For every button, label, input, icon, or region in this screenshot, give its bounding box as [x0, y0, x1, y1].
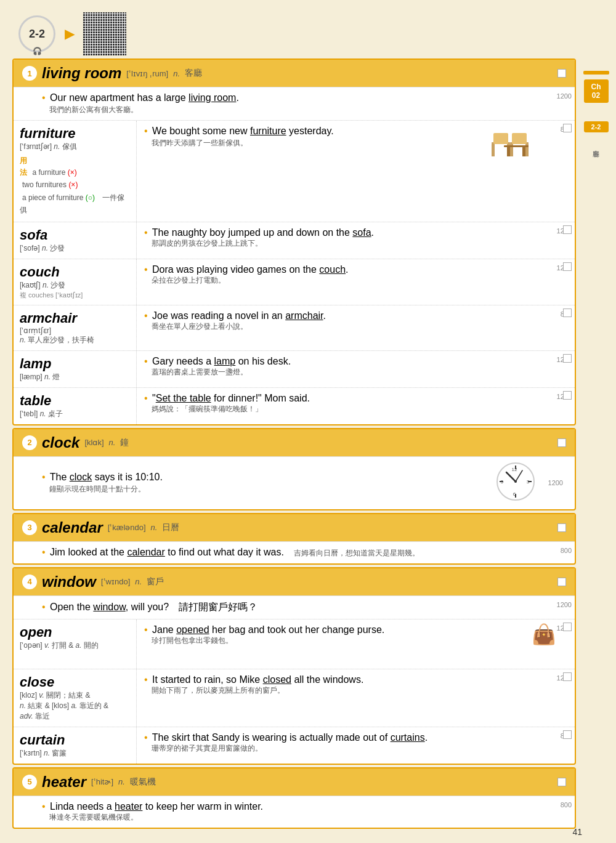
close-info1: [kloz] v. 關閉；結束 &	[20, 690, 130, 701]
section1-score: 1200	[557, 92, 572, 100]
headphone-icon: 🎧	[33, 47, 42, 55]
svg-rect-1	[492, 144, 495, 156]
curtain-checkbox[interactable]	[563, 730, 572, 739]
heater-zh: 琳達冬天需要暖氣機保暖。	[42, 812, 566, 823]
open-example-panel: • Jane opened her bag and took out her c…	[137, 619, 575, 669]
svg-text:6: 6	[513, 491, 516, 497]
armchair-example-panel: • Joe was reading a novel in an armchair…	[137, 305, 575, 350]
section3-pos: n.	[151, 523, 158, 532]
section1-phonetic: [ˈlɪvɪŋ ˌrum]	[126, 69, 168, 78]
section-window: 4 window [ˈwɪndo] n. 窗戶 • Open the windo…	[12, 567, 576, 765]
window-en: Open the window, will you? 請打開窗戶好嗎？	[50, 602, 257, 612]
furniture-notes: 用法 a furniture (×) two furnitures (×) a …	[20, 155, 130, 217]
sofa-example-panel: • The naughty boy jumped up and down on …	[137, 222, 575, 259]
heater-score: 800	[561, 801, 572, 809]
couch-zh: 朵拉在沙發上打電動。	[144, 275, 567, 286]
furniture-en: We bought some new furniture yesterday.	[152, 126, 334, 136]
bullet-calendar: •	[42, 547, 46, 557]
section5-pos: n.	[118, 777, 125, 786]
section2-header: 2 clock [klɑk] n. 鐘	[14, 429, 575, 457]
svg-text:9: 9	[500, 479, 503, 485]
armchair-en: Joe was reading a novel in an armchair.	[152, 310, 326, 321]
bullet-heater: •	[42, 801, 46, 812]
bullet-close: •	[144, 674, 148, 685]
svg-text:12: 12	[511, 467, 517, 472]
header: 2-2 🎧 ▶	[6, 6, 610, 58]
bullet-lamp: •	[144, 356, 148, 366]
sofa-info: [ˈsofə] n. 沙發	[20, 243, 130, 254]
sofa-checkbox[interactable]	[563, 225, 572, 234]
furniture-word: furniture	[20, 126, 130, 142]
close-checkbox[interactable]	[563, 672, 572, 681]
section-clock: 2 clock [klɑk] n. 鐘 • The clock says it …	[12, 428, 576, 510]
table-row: table [ˈtebḷ] n. 桌子 • "Set the table for…	[14, 388, 575, 424]
section1-example: • Our new apartment has a large living r…	[14, 87, 575, 121]
section2-checkbox[interactable]	[557, 438, 566, 447]
section-calendar: 3 calendar [ˈkæləndo] n. 日曆 • Jim looked…	[12, 513, 576, 565]
main-content: 1 living room [ˈlɪvɪŋ ˌrum] n. 客廳 • Our …	[6, 58, 610, 831]
couch-checkbox[interactable]	[563, 262, 572, 271]
section5-example: • Linda needs a heater to keep her warm …	[14, 796, 575, 828]
section-heater: 5 heater [ˈhitɚ] n. 暖氣機 • Linda needs a …	[12, 767, 576, 829]
curtain-en: The skirt that Sandy is wearing is actua…	[152, 732, 428, 743]
close-example-panel: • It started to rain, so Mike closed all…	[137, 669, 575, 727]
curtain-example-panel: • The skirt that Sandy is wearing is act…	[137, 727, 575, 764]
svg-text:3: 3	[526, 479, 529, 485]
curtain-zh: 珊蒂穿的裙子其實是用窗簾做的。	[144, 743, 567, 754]
clock-zh: 鐘顯示現在時間是十點十分。	[42, 485, 145, 493]
section4-number: 4	[22, 575, 37, 589]
right-sidebar: Ch02 2-2 客廳	[582, 58, 610, 831]
bullet-armchair: •	[144, 310, 148, 321]
section2-word: clock	[42, 434, 79, 451]
furniture-example-panel: • We bought some new furniture yesterday…	[137, 121, 575, 222]
svg-rect-8	[504, 145, 529, 147]
open-zh: 珍打開包包拿出零錢包。	[144, 635, 567, 646]
bullet-couch: •	[144, 264, 148, 275]
section3-checkbox[interactable]	[557, 523, 566, 532]
section5-phonetic: [ˈhitɚ]	[91, 777, 113, 786]
open-checkbox[interactable]	[563, 623, 572, 631]
qr-code[interactable]	[83, 12, 126, 55]
person-image: 👜	[532, 623, 556, 646]
armchair-zh: 喬坐在單人座沙發上看小說。	[144, 321, 567, 332]
section1-en: Our new apartment has a large living roo…	[50, 92, 239, 103]
table-checkbox[interactable]	[563, 391, 572, 400]
open-word-panel: open [ˈopən] v. 打開 & a. 開的	[14, 619, 137, 669]
section1-zh: 我們的新公寓有個大客廳。	[42, 105, 138, 114]
section4-word: window	[42, 573, 96, 591]
section1-example-text: • Our new apartment has a large living r…	[42, 92, 566, 115]
section4-checkbox[interactable]	[557, 578, 566, 586]
section3-header: 3 calendar [ˈkæləndo] n. 日曆	[14, 514, 575, 542]
couch-word-panel: couch [kaʊtʃ] n. 沙發 複 couches [ˈkaʊtʃɪz]	[14, 259, 137, 305]
couch-en: Dora was playing video games on the couc…	[152, 264, 348, 275]
section2-pos: n.	[109, 438, 116, 447]
clock-score: 1200	[548, 479, 563, 486]
section5-checkbox[interactable]	[557, 778, 566, 786]
couch-plural: 複 couches [ˈkaʊtʃɪz]	[20, 291, 130, 300]
open-row: open [ˈopən] v. 打開 & a. 開的 • Jane opened…	[14, 619, 575, 669]
close-info3: adv. 靠近	[20, 711, 130, 722]
lamp-row: lamp [læmp] n. 燈 • Gary needs a lamp on …	[14, 351, 575, 388]
section2-example-text: • The clock says it is 10:10. 鐘顯示現在時間是十點…	[42, 472, 496, 494]
section4-header: 4 window [ˈwɪndo] n. 窗戶	[14, 568, 575, 596]
lamp-word-panel: lamp [læmp] n. 燈	[14, 351, 137, 387]
lamp-checkbox[interactable]	[563, 354, 572, 363]
furniture-image	[488, 124, 544, 167]
sofa-zh: 那調皮的男孩在沙發上跳上跳下。	[144, 238, 567, 249]
heater-en: Linda needs a heater to keep her warm in…	[50, 801, 263, 812]
section5-number: 5	[22, 775, 37, 789]
open-info: [ˈopən] v. 打開 & a. 開的	[20, 640, 130, 651]
armchair-row: armchair [ˈɑrm̩tʃɛr] n. 單人座沙發，扶手椅 • Joe …	[14, 305, 575, 351]
lesson-badge: 2-2 🎧	[18, 15, 55, 52]
curtain-word-panel: curtain [ˈkɜrtn] n. 窗簾	[14, 727, 137, 764]
couch-info: [kaʊtʃ] n. 沙發	[20, 280, 130, 291]
lamp-info: [læmp] n. 燈	[20, 372, 130, 382]
section1-checkbox[interactable]	[557, 69, 566, 78]
section1-word: living room	[42, 65, 121, 82]
close-en: It started to rain, so Mike closed all t…	[152, 674, 363, 685]
bullet1: •	[42, 92, 46, 103]
furniture-checkbox[interactable]	[563, 124, 572, 132]
clock-image: 12 3 6 9	[496, 462, 536, 504]
close-word: close	[20, 674, 130, 690]
armchair-checkbox[interactable]	[563, 309, 572, 317]
